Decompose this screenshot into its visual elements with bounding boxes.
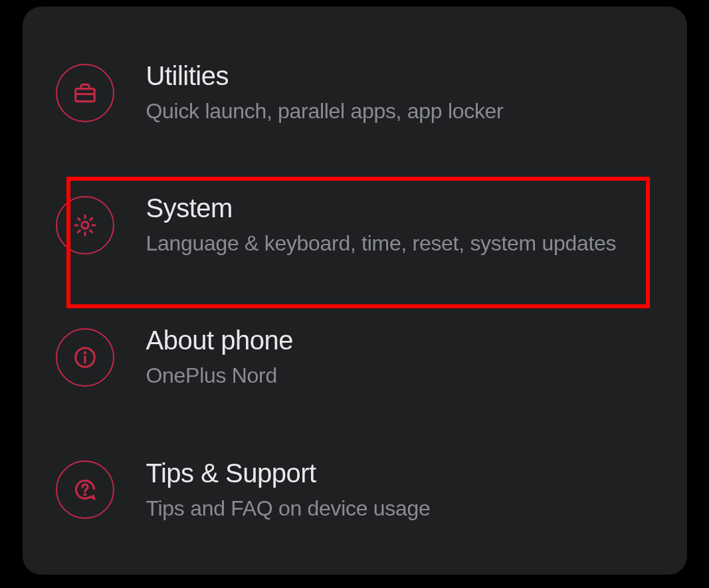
settings-item-utilities[interactable]: Utilities Quick launch, parallel apps, a… [23, 40, 687, 146]
item-title: About phone [146, 324, 293, 356]
svg-point-2 [81, 222, 88, 229]
gear-icon [56, 196, 114, 254]
settings-panel: Utilities Quick launch, parallel apps, a… [23, 7, 687, 575]
item-subtitle: Quick launch, parallel apps, app locker [146, 97, 504, 126]
item-title: Utilities [146, 60, 504, 92]
svg-rect-0 [75, 88, 94, 101]
item-text: Utilities Quick launch, parallel apps, a… [146, 60, 504, 126]
item-text: About phone OnePlus Nord [146, 324, 293, 390]
briefcase-icon [56, 64, 114, 122]
item-text: Tips & Support Tips and FAQ on device us… [146, 457, 431, 523]
settings-item-tips-support[interactable]: Tips & Support Tips and FAQ on device us… [23, 437, 687, 543]
item-subtitle: Tips and FAQ on device usage [146, 494, 431, 523]
item-text: System Language & keyboard, time, reset,… [146, 192, 617, 258]
item-title: Tips & Support [146, 457, 431, 489]
item-subtitle: OnePlus Nord [146, 361, 293, 390]
info-icon [56, 328, 114, 387]
question-icon [56, 460, 114, 519]
item-title: System [146, 192, 617, 224]
svg-point-5 [84, 352, 86, 353]
settings-item-about-phone[interactable]: About phone OnePlus Nord [23, 304, 687, 410]
svg-point-6 [84, 494, 86, 496]
item-subtitle: Language & keyboard, time, reset, system… [146, 229, 617, 258]
settings-item-system[interactable]: System Language & keyboard, time, reset,… [23, 172, 687, 278]
